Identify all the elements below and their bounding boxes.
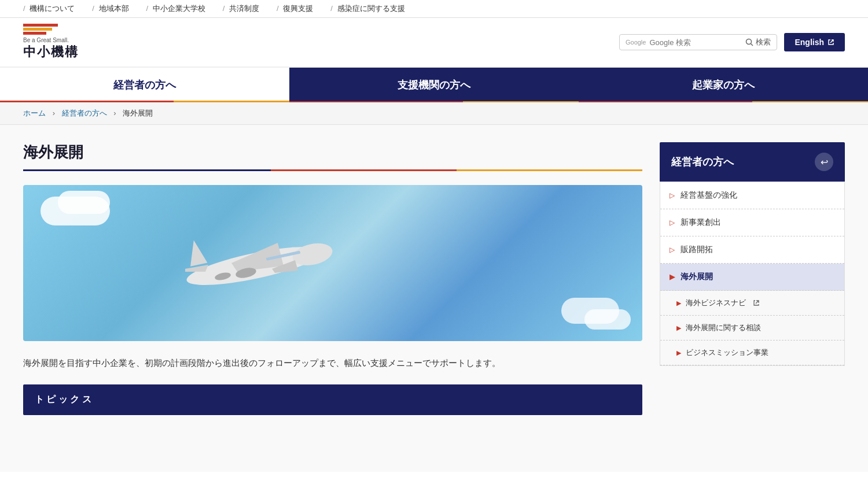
main-content: 海外展開 — [23, 142, 642, 454]
page-title: 海外展開 — [23, 142, 642, 162]
title-underline — [23, 169, 642, 171]
tab-kigyoka[interactable]: 起業家の方へ — [579, 68, 868, 102]
main-navigation: 経営者の方へ 支援機関の方へ 起業家の方へ — [0, 68, 868, 102]
top-nav-kyosai[interactable]: / 共済制度 — [223, 3, 259, 14]
page-description: 海外展開を目指す中小企業を、初期の計画段階から進出後のフォローアップまで、幅広い… — [23, 355, 642, 371]
svg-marker-6 — [185, 238, 207, 266]
chevron-icon-mission: ▶ — [676, 349, 681, 357]
svg-marker-7 — [185, 265, 208, 272]
sidebar-back-button[interactable]: ↩ — [815, 153, 833, 171]
header-right: Google 検索 English — [619, 33, 845, 51]
chevron-icon-kaigai: ▶ — [670, 273, 675, 281]
stripe-red-2 — [23, 32, 46, 35]
tab-keieisha[interactable]: 経営者の方へ — [0, 68, 289, 102]
chevron-icon-hanro: ▷ — [670, 246, 675, 254]
logo-title: 中小機構 — [23, 43, 79, 61]
cloud-4 — [584, 309, 631, 330]
page-body: 海外展開 — [0, 125, 868, 472]
chevron-icon-sodan: ▶ — [676, 324, 681, 332]
chevron-icon-bizznavi: ▶ — [676, 299, 681, 307]
hero-image — [23, 185, 642, 341]
sidebar-header: 経営者の方へ ↩ — [660, 142, 845, 182]
english-button[interactable]: English — [784, 33, 845, 51]
cloud-2 — [58, 191, 110, 214]
site-header: Be a Great Small. 中小機構 Google 検索 English — [0, 18, 868, 68]
tab-shien[interactable]: 支援機関の方へ — [289, 68, 579, 102]
sidebar-item-jigyо[interactable]: ▷ 新事業創出 — [660, 209, 844, 236]
svg-line-1 — [751, 44, 753, 46]
top-nav-daigakko[interactable]: / 中小企業大学校 — [146, 3, 205, 14]
logo-stripes — [23, 24, 79, 35]
breadcrumb-current: 海外展開 — [123, 109, 153, 117]
sidebar-sub-bizznavi[interactable]: ▶ 海外ビジネスナビ — [660, 291, 844, 316]
top-navigation: / 機構について / 地域本部 / 中小企業大学校 / 共済制度 / 復興支援 … — [0, 0, 868, 18]
sidebar-sub-mission[interactable]: ▶ ビジネスミッション事業 — [660, 341, 844, 365]
sidebar: 経営者の方へ ↩ ▷ 経営基盤の強化 ▷ 新事業創出 ▷ 販路開拓 ▶ 海外展開 — [660, 142, 845, 454]
sidebar-header-title: 経営者の方へ — [671, 155, 734, 169]
external-link-icon-navi — [753, 299, 760, 306]
svg-point-0 — [746, 39, 752, 45]
airplane-svg — [139, 202, 359, 318]
search-button[interactable]: 検索 — [745, 37, 771, 47]
search-google-label: Google — [626, 39, 646, 46]
breadcrumb-home[interactable]: ホーム — [23, 109, 46, 117]
search-form: Google 検索 — [619, 34, 777, 50]
sidebar-item-kaigai[interactable]: ▶ 海外展開 — [660, 264, 844, 291]
top-nav-kansen[interactable]: / 感染症に関する支援 — [330, 3, 404, 14]
sidebar-sub-sodan[interactable]: ▶ 海外展開に関する相談 — [660, 316, 844, 341]
top-nav-chiiki[interactable]: / 地域本部 — [92, 3, 128, 14]
chevron-icon-keiei: ▷ — [670, 191, 675, 199]
breadcrumb-keieisha[interactable]: 経営者の方へ — [62, 109, 107, 117]
search-input[interactable] — [649, 38, 742, 47]
external-link-icon — [827, 39, 834, 46]
search-icon — [745, 38, 753, 46]
logo-tagline: Be a Great Small. — [23, 37, 79, 43]
teaser-section: ト ピ ッ ク ス — [23, 384, 642, 415]
chevron-icon-jigyo: ▷ — [670, 219, 675, 227]
breadcrumb: ホーム › 経営者の方へ › 海外展開 — [0, 102, 868, 125]
stripe-red-1 — [23, 24, 58, 27]
stripe-orange — [23, 28, 52, 31]
top-nav-kiko[interactable]: / 機構について — [23, 3, 75, 14]
logo[interactable]: Be a Great Small. 中小機構 — [23, 24, 79, 61]
sidebar-sub-menu: ▶ 海外ビジネスナビ ▶ 海外展開に関する相談 ▶ ビジネスミッション事業 — [660, 291, 844, 365]
sidebar-item-keiei[interactable]: ▷ 経営基盤の強化 — [660, 182, 844, 209]
sidebar-item-hanro[interactable]: ▷ 販路開拓 — [660, 236, 844, 264]
top-nav-fukko[interactable]: / 復興支援 — [277, 3, 313, 14]
sidebar-menu: ▷ 経営基盤の強化 ▷ 新事業創出 ▷ 販路開拓 ▶ 海外展開 ▶ 海外ビジネス… — [660, 182, 845, 366]
